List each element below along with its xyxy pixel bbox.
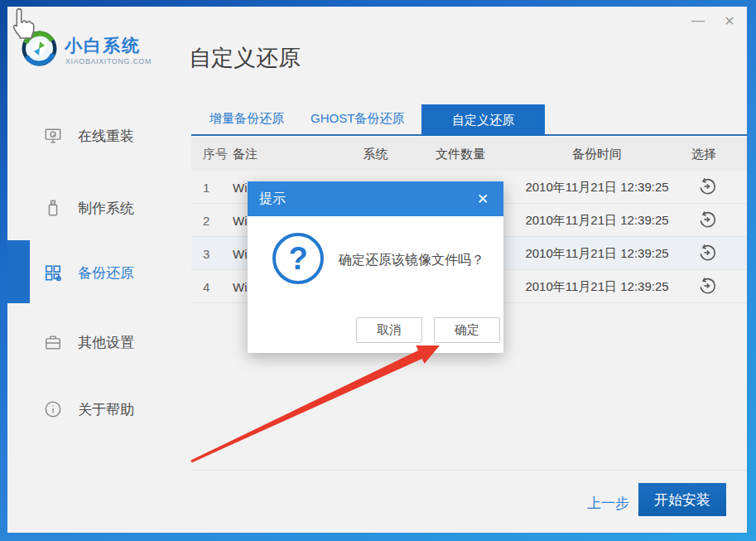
brand-url: XIAOBAIXITONG.COM <box>65 57 152 65</box>
start-install-button[interactable]: 开始安装 <box>638 483 726 516</box>
tab-custom-restore[interactable]: 自定义还原 <box>421 104 545 136</box>
col-header-select: 选择 <box>680 147 716 162</box>
cell-seq: 1 <box>200 181 233 195</box>
cancel-button[interactable]: 取消 <box>356 317 422 343</box>
minimize-icon[interactable]: — <box>687 10 709 31</box>
sidebar-item-label: 关于帮助 <box>78 400 134 419</box>
col-header-file-count: 文件数量 <box>407 147 514 162</box>
close-icon[interactable]: ✕ <box>719 10 740 31</box>
table-header-row: 序号 备注 系统 文件数量 备份时间 选择 <box>200 138 716 171</box>
desktop-background: — ✕ 小白系统 XIAOBAIXITONG.COM 自定义还原 在线重装 <box>0 0 756 541</box>
dialog-close-icon[interactable]: ✕ <box>470 181 495 216</box>
sidebar-item-label: 在线重装 <box>78 127 134 146</box>
sidebar-item-about-help[interactable]: 关于帮助 <box>7 396 191 423</box>
info-circle-icon <box>44 400 62 418</box>
ok-button[interactable]: 确定 <box>434 317 500 343</box>
app-logo-icon <box>21 30 58 67</box>
sidebar-item-label: 备份还原 <box>78 263 134 283</box>
cell-backup-time: 2010年11月21日 12:39:25 <box>514 213 680 229</box>
monitor-reinstall-icon <box>44 127 62 145</box>
cell-seq: 3 <box>200 247 233 261</box>
dialog-message: 确定还原该镜像文件吗？ <box>339 252 496 269</box>
question-mark-icon: ? <box>272 233 324 284</box>
restore-icon[interactable] <box>698 277 716 295</box>
sidebar-item-make-system[interactable]: 制作系统 <box>7 195 191 221</box>
restore-icon[interactable] <box>698 177 716 196</box>
sidebar-item-other-settings[interactable]: 其他设置 <box>7 329 191 355</box>
cell-seq: 4 <box>200 280 233 294</box>
grid-squares-icon <box>44 263 62 282</box>
col-header-backup-time: 备份时间 <box>514 147 680 162</box>
sidebar-item-label: 制作系统 <box>78 199 134 218</box>
back-button[interactable]: 上一步 <box>587 494 629 513</box>
sidebar-item-online-reinstall[interactable]: 在线重装 <box>7 123 191 149</box>
sidebar-item-backup-restore[interactable]: 备份还原 <box>7 259 191 286</box>
restore-icon[interactable] <box>698 210 716 229</box>
cell-backup-time: 2010年11月21日 12:39:25 <box>514 180 680 196</box>
dialog-title: 提示 <box>259 191 286 208</box>
restore-icon[interactable] <box>698 244 716 262</box>
brand-name: 小白系统 <box>65 34 141 57</box>
cell-backup-time: 2010年11月21日 12:39:25 <box>514 246 680 262</box>
tab-ghost-backup-restore[interactable]: GHOST备份还原 <box>311 111 404 127</box>
usb-drive-icon <box>44 199 62 217</box>
confirm-dialog: 提示 ✕ ? 确定还原该镜像文件吗？ 取消 确定 <box>248 181 503 353</box>
page-title: 自定义还原 <box>189 43 301 73</box>
cell-seq: 2 <box>200 214 233 228</box>
cell-backup-time: 2010年11月21日 12:39:25 <box>514 279 680 295</box>
footer-divider <box>191 470 747 471</box>
window-controls: — ✕ <box>687 10 740 31</box>
col-header-system: 系统 <box>344 147 407 162</box>
tab-incremental-backup-restore[interactable]: 增量备份还原 <box>209 111 284 127</box>
briefcase-icon <box>44 333 62 351</box>
col-header-seq: 序号 <box>200 147 233 162</box>
col-header-note: 备注 <box>233 147 344 162</box>
app-window: — ✕ 小白系统 XIAOBAIXITONG.COM 自定义还原 在线重装 <box>7 7 747 533</box>
sidebar-item-label: 其他设置 <box>78 333 134 352</box>
dialog-titlebar: 提示 <box>248 181 503 216</box>
